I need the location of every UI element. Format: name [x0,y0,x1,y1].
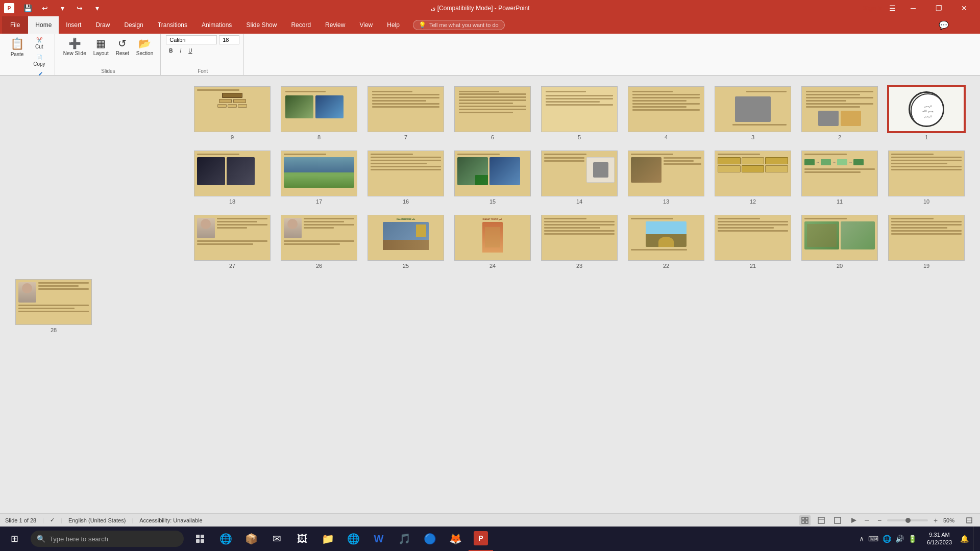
slide-thumb-15[interactable] [454,151,531,196]
tab-draw[interactable]: Draw [88,16,117,34]
slide-thumb-25[interactable]: GALEN HOUSE خانه [368,215,444,261]
tell-me-input[interactable]: 💡 Tell me what you want to do [413,20,505,30]
italic-btn[interactable]: I [177,46,184,56]
slide-thumb-24[interactable]: DIABAT TOWER ناصر [454,215,531,261]
tab-home[interactable]: Home [28,16,59,34]
title-bar-right: Sign in ☰ ─ ❐ ✕ [856,0,976,16]
slide-thumb-7[interactable] [368,86,444,132]
slide-row-4: 28 [15,279,965,333]
close-btn[interactable]: ✕ [952,0,976,16]
slide-thumb-10[interactable] [888,151,965,196]
spell-check-icon[interactable]: ✓ [50,517,55,523]
tab-slideshow[interactable]: Slide Show [239,16,284,34]
powerpoint-taskbar-btn[interactable]: P [469,527,493,551]
volume-icon[interactable]: 🔊 [895,535,904,543]
sign-in-btn[interactable]: Sign in [863,5,883,12]
zoom-in-btn[interactable]: + [930,515,941,525]
slide-thumb-11[interactable]: → → → [801,151,878,196]
undo-dropdown[interactable]: ▾ [55,1,69,15]
slide-thumb-14[interactable] [541,151,618,196]
slide-thumb-2[interactable] [801,86,878,132]
reset-btn[interactable]: ↺Reset [113,35,132,58]
slide-thumb-9[interactable] [194,86,271,132]
cut-btn[interactable]: ✂️Cut [28,35,51,52]
slide-thumb-12[interactable] [715,151,791,196]
task-view-btn[interactable] [188,527,212,551]
redo-btn[interactable]: ↪ [72,1,87,15]
photos-btn[interactable]: 🖼 [290,527,314,551]
battery-icon[interactable]: 🔋 [908,535,917,543]
mail-btn[interactable]: ✉ [264,527,289,551]
network-icon[interactable]: 🌐 [883,535,891,543]
underline-btn[interactable]: U [185,46,195,56]
undo-btn[interactable]: ↩ [38,1,52,15]
comments-btn[interactable]: 💬 [938,19,949,31]
word-btn[interactable]: W [366,527,391,551]
vlc-btn[interactable]: 🎵 [392,527,416,551]
slide-thumb-23[interactable] [541,215,618,261]
start-button[interactable]: ⊞ [0,527,29,551]
normal-view-btn[interactable] [799,515,811,525]
tab-animations[interactable]: Animations [194,16,239,34]
explorer-btn[interactable]: 📁 [315,527,340,551]
zoom-out-btn[interactable]: − [874,515,885,525]
tab-record[interactable]: Record [284,16,318,34]
font-family-dropdown[interactable]: Calibri [166,35,217,44]
notifications-icon[interactable]: 🔔 [958,535,971,543]
tab-transitions[interactable]: Transitions [151,16,194,34]
customize-btn[interactable]: ▾ [90,1,104,15]
language-indicator[interactable]: English (United States) [68,517,126,523]
tab-review[interactable]: Review [318,16,352,34]
chrome-btn[interactable]: 🌐 [341,527,365,551]
save-quick-btn[interactable]: 💾 [20,1,35,15]
fit-slide-btn[interactable] [964,515,975,525]
slide-thumb-17[interactable] [281,151,357,196]
reading-view-btn[interactable] [832,515,843,525]
app10-btn[interactable]: 🦊 [443,527,468,551]
ribbon-display-btn[interactable]: ☰ [885,1,899,15]
slide-thumb-22[interactable] [628,215,704,261]
slide-thumb-8[interactable] [281,86,357,132]
slide-thumb-26[interactable] [281,215,357,261]
slide-thumb-1[interactable]: عربیخط بسم الله الرحمن الرحيم [888,86,965,132]
bold-btn[interactable]: B [166,46,176,56]
slide-thumb-4[interactable] [628,86,704,132]
slide-thumb-28[interactable] [15,279,92,325]
slide-thumb-13[interactable] [628,151,704,196]
taskbar-search[interactable]: 🔍 Type here to search [31,531,184,547]
slide-thumb-6[interactable] [454,86,531,132]
copy-btn[interactable]: 📄Copy [28,53,51,69]
slide-thumb-20[interactable] [801,215,878,261]
tab-help[interactable]: Help [380,16,407,34]
accessibility-status[interactable]: Accessibility: Unavailable [139,517,203,523]
tab-design[interactable]: Design [117,16,150,34]
minimize-btn[interactable]: ─ [901,0,925,16]
new-slide-btn[interactable]: ➕New Slide [60,35,89,58]
slide-thumb-19[interactable] [888,215,965,261]
slide-thumb-5[interactable] [541,86,618,132]
slideshow-view-btn[interactable] [848,515,860,525]
clock[interactable]: 9:31 AM 6/12/2023 [923,531,956,547]
zoom-slider[interactable] [887,519,928,521]
app9-btn[interactable]: 🔵 [418,527,442,551]
slide-thumb-27[interactable] [194,215,271,261]
layout-btn[interactable]: ▦Layout [90,35,112,58]
keyboard-icon[interactable]: ⌨ [868,535,878,543]
section-btn[interactable]: 📂Section [133,35,156,58]
tab-file[interactable]: File [2,16,28,34]
font-size-dropdown[interactable]: 18 [219,35,239,44]
tab-insert[interactable]: Insert [59,16,88,34]
slide-thumb-3[interactable] [715,86,791,132]
zoom-level[interactable]: 50% [943,517,959,523]
show-desktop-btn[interactable] [973,527,976,551]
slide-thumb-16[interactable] [368,151,444,196]
tab-view[interactable]: View [352,16,380,34]
edge-btn[interactable]: 🌐 [213,527,238,551]
slide-sorter-view[interactable]: عربیخط بسم الله الرحمن الرحيم 1 [0,76,980,513]
slide-sorter-btn[interactable] [816,515,827,525]
slide-thumb-21[interactable] [715,215,791,261]
up-arrow-icon[interactable]: ∧ [859,535,864,543]
slide-thumb-18[interactable] [194,151,271,196]
restore-btn[interactable]: ❐ [927,0,950,16]
store-btn[interactable]: 📦 [239,527,263,551]
